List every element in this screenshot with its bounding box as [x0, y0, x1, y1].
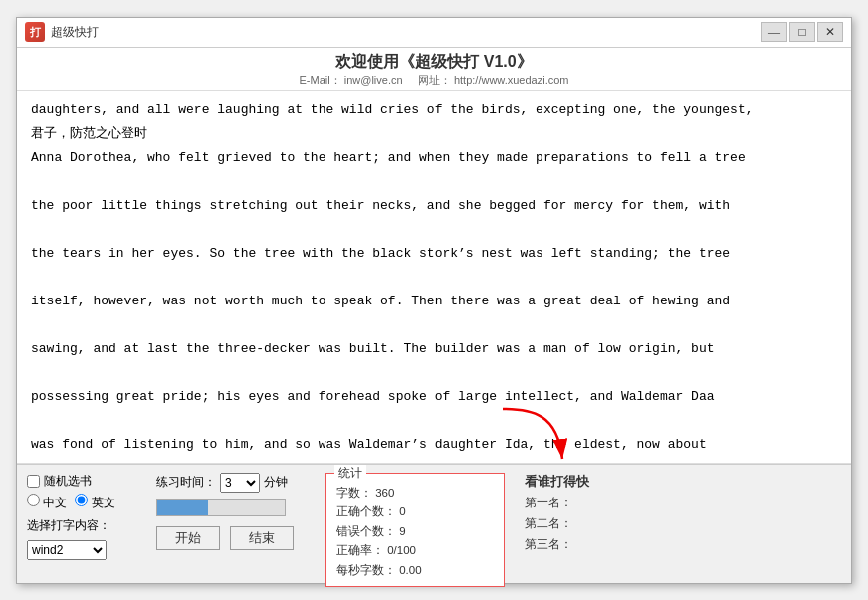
time-label: 练习时间：: [156, 474, 216, 491]
speed-value: 0.00: [399, 564, 421, 576]
correct-label: 正确个数：: [336, 505, 396, 517]
ranking-title: 看谁打得快: [525, 473, 589, 491]
time-unit: 分钟: [264, 474, 288, 491]
ranking-box: 看谁打得快 第一名： 第二名： 第三名：: [525, 473, 589, 553]
header-banner: 欢迎使用《超级快打 V1.0》 E-Mail： inw@live.cn 网址： …: [17, 48, 851, 91]
second-label: 第二名：: [525, 516, 572, 530]
maximize-button[interactable]: □: [789, 22, 815, 42]
titlebar-controls: — □ ✕: [761, 22, 843, 42]
progress-bar: [156, 499, 286, 516]
site-label: 网址：: [418, 74, 451, 86]
email-label: E-Mail：: [300, 74, 341, 86]
speed-label: 每秒字数：: [336, 564, 396, 576]
titlebar-title: 超级快打: [51, 24, 99, 41]
content-select-label: 选择打字内容：: [27, 517, 146, 534]
close-button[interactable]: ✕: [817, 22, 843, 42]
time-row: 练习时间： 3 分钟: [156, 473, 316, 493]
email-value: inw@live.cn: [344, 74, 403, 86]
app-title: 欢迎使用《超级快打 V1.0》: [17, 52, 851, 73]
minimize-button[interactable]: —: [761, 22, 787, 42]
stats-title: 统计: [334, 465, 366, 482]
char-count-label: 字数：: [336, 487, 372, 499]
random-read-checkbox[interactable]: [27, 475, 40, 488]
stats-box: 统计 字数： 360 正确个数： 0 错误个数： 9 正确率: [326, 473, 505, 588]
ranking-second: 第二名：: [525, 515, 589, 532]
progress-fill: [157, 500, 208, 515]
content-select[interactable]: wind2: [27, 540, 107, 560]
app-subtitle: E-Mail： inw@live.cn 网址： http://www.xueda…: [17, 73, 851, 88]
wrong-label: 错误个数：: [336, 525, 396, 537]
char-count-row: 字数： 360: [336, 484, 494, 503]
content-wrapper: daughters, and all were laughing at the …: [17, 91, 851, 464]
titlebar-left: 打 超级快打: [25, 22, 99, 42]
chinese-radio-label: 中文: [27, 494, 67, 511]
time-select[interactable]: 3: [220, 473, 260, 493]
main-window: 打 超级快打 — □ ✕ 欢迎使用《超级快打 V1.0》 E-Mail： inw…: [16, 17, 852, 584]
accuracy-value: 0/100: [387, 544, 416, 556]
site-value: http://www.xuedazi.com: [454, 74, 569, 86]
first-label: 第一名：: [525, 496, 572, 509]
content-area: daughters, and all were laughing at the …: [17, 91, 851, 464]
language-row: 中文 英文: [27, 494, 146, 511]
english-radio[interactable]: [75, 494, 88, 506]
third-label: 第三名：: [525, 537, 572, 551]
wrong-value: 9: [399, 525, 405, 537]
accuracy-label: 正确率：: [336, 544, 384, 556]
app-icon: 打: [25, 22, 45, 42]
content-dropdown-row: wind2: [27, 540, 146, 560]
ranking-first: 第一名：: [525, 495, 589, 511]
chinese-radio[interactable]: [27, 494, 40, 506]
char-count-value: 360: [375, 487, 394, 499]
wrong-row: 错误个数： 9: [336, 522, 494, 542]
correct-value: 0: [399, 505, 405, 517]
random-read-label: 随机选书: [44, 473, 92, 490]
end-button[interactable]: 结束: [230, 526, 294, 550]
accuracy-row: 正确率： 0/100: [336, 541, 494, 561]
english-radio-label: 英文: [75, 494, 114, 511]
bottom-panel: 随机选书 中文 英文 选择打字内容： wind2: [17, 464, 851, 583]
bottom-wrapper: 随机选书 中文 英文 选择打字内容： wind2: [17, 464, 851, 583]
controls-middle: 练习时间： 3 分钟 开始 结束: [156, 473, 316, 550]
titlebar: 打 超级快打 — □ ✕: [17, 18, 851, 48]
random-read-row: 随机选书: [27, 473, 146, 490]
typing-text: daughters, and all were laughing at the …: [31, 99, 837, 458]
controls-left: 随机选书 中文 英文 选择打字内容： wind2: [27, 473, 146, 560]
speed-row: 每秒字数： 0.00: [336, 561, 494, 581]
correct-row: 正确个数： 0: [336, 502, 494, 522]
stats-content: 字数： 360 正确个数： 0 错误个数： 9 正确率： 0/100: [336, 484, 494, 581]
ranking-third: 第三名：: [525, 536, 589, 553]
start-button[interactable]: 开始: [156, 526, 220, 550]
buttons-row: 开始 结束: [156, 526, 316, 550]
